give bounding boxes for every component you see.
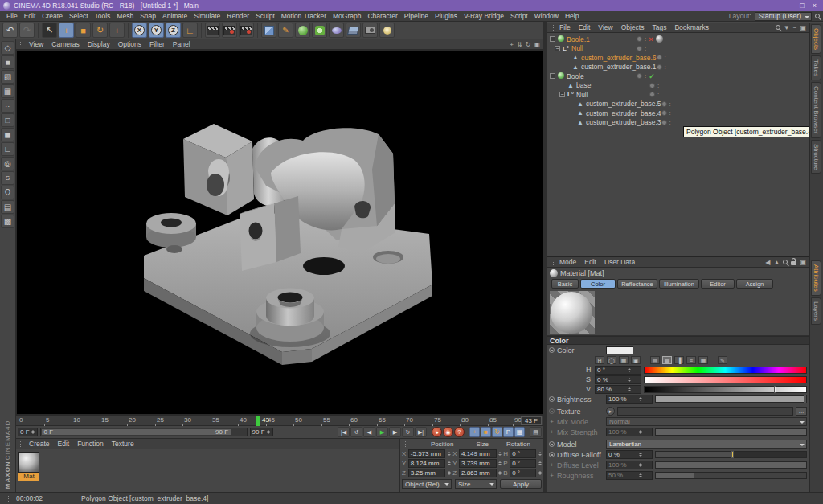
generator-enabled-icon[interactable]: ✓ [649,72,655,80]
redo-button[interactable]: ↷ [19,23,35,38]
key-parameter-toggle[interactable]: P [503,427,514,437]
model-dropdown[interactable]: Lambertian [606,440,807,449]
tab-reflectance[interactable]: Reflectance [617,279,657,289]
lock-icon[interactable] [791,261,796,265]
menu-window[interactable]: Window [531,12,562,20]
add-light-button[interactable] [379,23,395,38]
points-mode-button[interactable]: ∷ [1,99,14,113]
make-editable-button[interactable]: ◇ [1,41,14,55]
search-icon[interactable] [776,25,780,30]
range-start-field[interactable]: 0 F [18,428,38,436]
generator-disabled-icon[interactable]: × [649,35,653,43]
mix-strength-field[interactable]: 100 % [606,428,653,436]
collapse-icon[interactable]: − [559,92,565,97]
render-settings-button[interactable] [239,23,254,38]
om-menu-objects[interactable]: Objects [618,23,648,31]
stepper[interactable] [498,460,502,467]
panel-icon[interactable]: ▣ [800,24,806,31]
viewport-solo-button[interactable]: ◎ [1,157,14,170]
key-pla-toggle[interactable]: ▦ [514,427,525,437]
mat-menu-function[interactable]: Function [74,440,107,448]
pos-y-field[interactable]: 8.124 mm [408,459,446,468]
tab-objects[interactable]: Objects [811,24,821,54]
parent-icon[interactable]: ▲ [774,259,780,266]
om-menu-bookmarks[interactable]: Bookmarks [671,23,712,31]
mix-strength-slider[interactable] [655,428,807,436]
add-deformer-button[interactable] [329,23,344,38]
om-menu-view[interactable]: View [595,23,616,31]
stepper[interactable] [538,469,542,477]
picker-hsv-button[interactable]: ▩ [662,356,672,364]
visibility-dots[interactable]: : [645,35,646,43]
visibility-dots[interactable]: : [657,82,659,89]
stepper[interactable] [447,469,451,477]
tree-row-null2[interactable]: − L° Null : [547,90,809,100]
edges-mode-button[interactable]: □ [1,113,14,127]
texture-mode-button[interactable]: ▧ [1,70,14,84]
tree-row-null1[interactable]: − L° Null : [547,44,809,54]
add-cube-button[interactable] [261,23,276,38]
key-scale-toggle[interactable]: ■ [481,427,491,437]
roughness-slider[interactable] [655,472,807,479]
coordinate-system-button[interactable]: ∟ [182,23,198,38]
animation-toggle[interactable] [549,347,555,353]
magnet-snap-button[interactable]: Ω [1,186,14,199]
previous-frame-button[interactable]: ◀ [363,427,375,437]
picker-rgb-button[interactable]: ▤ [650,356,660,364]
tree-row-base[interactable]: ▲ base : [547,81,809,91]
tab-basic[interactable]: Basic [551,279,579,289]
visibility-dots[interactable]: : [665,54,666,61]
value-field[interactable]: 80 % [595,385,641,394]
enable-toggle[interactable] [637,36,642,42]
viewport-canvas[interactable] [16,50,543,415]
tree-row-extruder1[interactable]: ▲ custom_extruder_base.1 : [547,63,809,72]
menu-animate[interactable]: Animate [159,12,190,20]
preview-range-bar[interactable]: 0 F 90 F [42,429,231,435]
size-x-field[interactable]: 4.149 mm [459,449,497,458]
mix-mode-dropdown[interactable]: Normal [606,417,807,426]
stepper[interactable] [538,460,542,467]
apply-button[interactable]: Apply [500,479,542,489]
workplane-mode-button[interactable]: ▤ [1,200,14,214]
diffuse-falloff-slider[interactable] [655,451,807,458]
diffuse-level-field[interactable]: 100 % [606,461,653,469]
enable-toggle[interactable] [649,83,655,88]
enable-toggle[interactable] [657,64,662,70]
menu-help[interactable]: Help [562,12,582,20]
keyframe-selection-button[interactable]: ? [454,427,465,437]
search-icon[interactable] [783,260,788,264]
render-view-button[interactable] [205,23,220,38]
panel-grip[interactable] [19,41,24,47]
viewport-zoom-icon[interactable]: ⇅ [517,41,522,48]
tab-assign[interactable]: Assign [736,279,773,289]
tab-content-browser[interactable]: Content Browser [811,82,821,138]
size-mode-dropdown[interactable]: Size [455,479,497,489]
picker-hex-button[interactable]: H [595,356,604,364]
panel-grip[interactable] [5,495,10,502]
key-rotation-toggle[interactable]: ↻ [492,427,502,437]
vp-menu-panel[interactable]: Panel [170,40,194,48]
timeline-playhead[interactable] [256,416,260,426]
enable-toggle[interactable] [661,110,667,116]
tab-editor[interactable]: Editor [701,279,735,289]
enable-toggle[interactable] [661,120,667,125]
vp-menu-display[interactable]: Display [84,40,113,48]
visibility-dots[interactable]: : [669,109,671,117]
add-environment-button[interactable] [346,23,361,38]
saturation-field[interactable]: 0 % [595,375,641,384]
menu-edit[interactable]: Edit [21,12,39,20]
am-menu-mode[interactable]: Mode [556,258,579,266]
collapse-icon[interactable]: − [555,46,560,51]
maximize-button[interactable]: □ [800,2,804,10]
preview-range-slider[interactable]: 0 F 90 F [40,428,248,436]
goto-end-button[interactable]: ▶| [415,427,427,437]
stepper[interactable] [31,428,35,436]
om-menu-file[interactable]: File [556,23,574,31]
stepper[interactable] [498,450,502,457]
add-camera-button[interactable] [362,23,378,38]
panel-grip[interactable] [550,24,555,31]
filter-icon[interactable]: ▼ [784,24,790,31]
play-button[interactable]: ▶ [376,427,388,437]
rotate-tool[interactable]: ↻ [92,23,108,38]
scale-tool[interactable]: ■ [76,23,91,38]
